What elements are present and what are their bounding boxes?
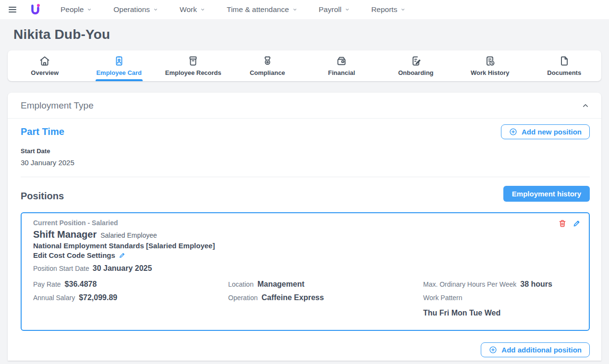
pay-rate-field: Pay Rate $36.4878 (33, 280, 228, 289)
document-icon (559, 55, 570, 67)
current-position-header: Current Position - Salaried (33, 219, 118, 227)
current-position-card: Current Position - Salaried Shift Manage… (21, 212, 590, 331)
archive-icon (187, 55, 199, 67)
pencil-icon (119, 252, 126, 259)
employment-type-value: Part Time (21, 126, 64, 137)
location-field: Location Management (228, 280, 423, 289)
nav-item-time-attendance[interactable]: Time & attendance (227, 5, 297, 14)
home-icon (39, 55, 50, 67)
chevron-down-icon (345, 7, 350, 12)
section-title-positions: Positions (21, 191, 64, 202)
plus-circle-icon (509, 128, 517, 136)
chevron-up-icon[interactable] (581, 101, 590, 110)
wallet-icon (336, 55, 347, 67)
add-new-position-button[interactable]: Add new position (501, 124, 590, 139)
chevron-down-icon (153, 7, 158, 12)
divider (21, 177, 590, 177)
page-title: Nikita Dub-You (13, 27, 609, 42)
nav-item-reports[interactable]: Reports (371, 5, 405, 14)
tab-employee-card[interactable]: Employee Card (82, 50, 157, 81)
tab-onboarding[interactable]: Onboarding (379, 50, 453, 81)
edit-position-icon[interactable] (572, 219, 581, 228)
nav-item-payroll[interactable]: Payroll (319, 5, 350, 14)
chevron-down-icon (292, 7, 297, 12)
document-clock-icon (484, 55, 496, 67)
section-title-employment-type: Employment Type (21, 100, 94, 111)
work-pattern-label: Work Pattern (423, 294, 581, 302)
nav-menu: People Operations Work Time & attendance… (61, 5, 405, 14)
tab-documents[interactable]: Documents (527, 50, 602, 81)
medal-icon (262, 55, 273, 67)
employment-type-header: Employment Type (8, 93, 601, 119)
work-pattern-value: Thu Fri Mon Tue Wed (423, 309, 581, 317)
position-start-date-label: Position Start Date (33, 265, 89, 272)
chevron-down-icon (401, 7, 405, 12)
nav-item-people[interactable]: People (61, 5, 92, 14)
delete-position-icon[interactable] (558, 219, 567, 228)
position-start-date-value: 30 January 2025 (93, 264, 152, 273)
start-date-value: 30 January 2025 (21, 158, 590, 167)
position-subtitle: Salaried Employee (100, 231, 157, 239)
hamburger-menu-icon[interactable] (9, 7, 16, 12)
start-date-label: Start Date (21, 147, 590, 155)
tab-compliance[interactable]: Compliance (231, 50, 305, 81)
employee-tabs: Overview Employee Card Employee Records … (8, 50, 601, 81)
tab-employee-records[interactable]: Employee Records (156, 50, 231, 81)
nav-item-work[interactable]: Work (180, 5, 205, 14)
id-card-icon (113, 55, 125, 67)
tab-overview[interactable]: Overview (8, 50, 82, 81)
document-edit-icon (410, 55, 422, 67)
operation-field: Operation Caffeine Express (228, 293, 423, 302)
max-hours-field: Max. Ordinary Hours Per Week 38 hours (423, 280, 581, 289)
employment-standards: National Employment Standards [Salaried … (33, 242, 581, 250)
edit-cost-code-link[interactable]: Edit Cost Code Settings (33, 251, 126, 259)
chevron-down-icon (87, 7, 92, 12)
annual-salary-field: Annual Salary $72,099.89 (33, 293, 228, 302)
tab-work-history[interactable]: Work History (453, 50, 527, 81)
plus-circle-icon (489, 346, 497, 354)
employment-history-button[interactable]: Employment history (503, 186, 590, 202)
add-additional-position-button[interactable]: Add additional position (481, 342, 590, 357)
app-logo[interactable] (30, 3, 40, 16)
chevron-down-icon (200, 7, 205, 12)
nav-item-operations[interactable]: Operations (113, 5, 158, 14)
position-title: Shift Manager (33, 229, 97, 240)
top-navbar: People Operations Work Time & attendance… (0, 0, 609, 19)
tab-financial[interactable]: Financial (304, 50, 379, 81)
employment-type-panel: Employment Type Part Time Add new positi… (8, 93, 601, 361)
